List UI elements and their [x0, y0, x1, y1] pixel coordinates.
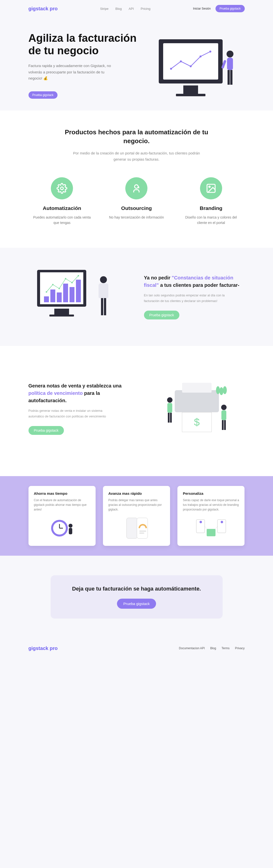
svg-point-66 — [221, 521, 223, 523]
svg-rect-46 — [221, 410, 226, 420]
svg-point-51 — [216, 386, 220, 394]
svg-point-5 — [180, 60, 182, 62]
card-title: Personaliza — [183, 491, 239, 496]
logo: gigstack pro — [29, 6, 58, 11]
svg-point-50 — [223, 386, 227, 394]
svg-point-15 — [135, 185, 138, 188]
feature-title: Outsourcing — [107, 205, 166, 211]
footer-logo: gigstack pro — [29, 646, 58, 651]
feature-title: Automatización — [32, 205, 91, 211]
hero-title: Agiliza la facturación de tu negocio — [29, 32, 142, 57]
card-desc: Podrás delegar mas tareas que antes grac… — [109, 498, 164, 512]
section1-cta-button[interactable]: Prueba gigstack — [144, 311, 179, 319]
section-notas: Genera notas de venta y establezca una p… — [0, 346, 273, 476]
svg-point-30 — [59, 288, 60, 289]
svg-rect-22 — [44, 297, 49, 302]
hero-subtitle: Factura rapida y adecuadamente con Gigst… — [29, 63, 117, 82]
svg-rect-2 — [183, 86, 198, 94]
section1-desc: En tan solo segundos podrás empezar esta… — [144, 293, 228, 304]
svg-point-32 — [71, 282, 73, 283]
card-desc: Con el feature de automatización de gigs… — [34, 498, 90, 512]
svg-point-4 — [170, 68, 172, 70]
footer-link-blog[interactable]: Blog — [210, 647, 216, 650]
svg-rect-10 — [227, 58, 233, 70]
card-personalize: Personaliza Serás capaz de darle ese toq… — [177, 486, 244, 546]
nav-links: Stripe Blog API Pricing — [100, 7, 151, 10]
svg-rect-44 — [170, 413, 172, 423]
products-subtitle: Por medio de la creación de un portal de… — [70, 150, 203, 162]
svg-point-14 — [61, 187, 63, 190]
svg-point-34 — [100, 276, 107, 283]
svg-point-41 — [167, 397, 173, 403]
nav-cta-button[interactable]: Prueba gigstack — [215, 5, 244, 12]
svg-point-29 — [52, 284, 54, 285]
svg-rect-25 — [63, 284, 68, 302]
svg-rect-38 — [182, 383, 212, 393]
user-icon — [125, 177, 147, 199]
svg-rect-35 — [101, 298, 103, 315]
svg-point-6 — [190, 65, 192, 67]
nav-link-pricing[interactable]: Pricing — [141, 7, 151, 10]
nav: gigstack pro Stripe Blog API Pricing Ini… — [29, 0, 245, 17]
svg-point-45 — [221, 405, 226, 410]
svg-rect-37 — [175, 390, 219, 412]
clock-illustration — [34, 516, 90, 540]
card-time: Ahorra mas tiempo Con el feature de auto… — [29, 486, 96, 546]
feature-desc: Diseño con la marca y colores del client… — [182, 215, 241, 226]
footer-link-docs[interactable]: Documentacion API — [179, 647, 205, 650]
card-desc: Serás capaz de darle ese toque personal … — [183, 498, 239, 512]
nav-right: Iniciar Sesión Prueba gigstack — [193, 5, 244, 12]
gear-icon — [51, 177, 73, 199]
svg-rect-43 — [168, 413, 170, 423]
svg-rect-48 — [224, 420, 226, 430]
section2-cta-button[interactable]: Prueba gigstack — [29, 426, 64, 435]
products-title: Productos hechos para la automatización … — [58, 128, 215, 146]
svg-point-8 — [209, 51, 211, 53]
login-link[interactable]: Iniciar Sesión — [193, 7, 211, 10]
phone-illustration — [109, 516, 164, 540]
svg-rect-36 — [104, 298, 106, 315]
feature-desc: Puedes automatizarlo con cada venta que … — [32, 215, 91, 226]
image-icon — [200, 177, 222, 199]
products-section: Productos hechos para la automatización … — [0, 111, 273, 248]
card-title: Avanza mas rápido — [109, 491, 164, 496]
nav-link-stripe[interactable]: Stripe — [100, 7, 109, 10]
svg-point-17 — [209, 186, 210, 188]
svg-rect-42 — [167, 403, 172, 413]
svg-rect-61 — [139, 533, 144, 533]
cards-band: Ahorra mas tiempo Con el feature de auto… — [0, 476, 273, 556]
hero: Agiliza la facturación de tu negocio Fac… — [29, 17, 245, 111]
svg-rect-57 — [69, 528, 72, 534]
svg-point-31 — [65, 278, 66, 279]
feature-title: Branding — [182, 205, 241, 211]
svg-rect-26 — [69, 287, 74, 302]
svg-rect-60 — [139, 531, 146, 532]
svg-rect-20 — [54, 309, 69, 314]
hero-illustration — [154, 32, 242, 101]
bottom-cta: Deja que tu facturación se haga automáti… — [51, 575, 223, 619]
barchart-illustration — [37, 265, 121, 329]
nav-link-blog[interactable]: Blog — [116, 7, 122, 10]
hero-cta-button[interactable]: Prueba gigstack — [29, 91, 58, 99]
feature-desc: No hay tercerización de información — [107, 215, 166, 220]
svg-rect-21 — [50, 314, 74, 316]
section2-heading: Genera notas de venta y establezca una p… — [29, 382, 129, 404]
svg-rect-11 — [228, 70, 230, 85]
card-title: Ahorra mas tiempo — [34, 491, 90, 496]
svg-rect-47 — [222, 420, 223, 430]
printer-illustration: $ — [155, 380, 234, 437]
card-speed: Avanza mas rápido Podrás delegar mas tar… — [103, 486, 170, 546]
svg-rect-12 — [230, 70, 233, 85]
svg-rect-23 — [50, 289, 55, 302]
cta-button[interactable]: Prueba gigstack — [117, 599, 156, 609]
svg-rect-27 — [76, 280, 81, 302]
footer-links: Documentacion API Blog Terms Privacy — [179, 647, 244, 650]
svg-point-28 — [46, 291, 47, 293]
footer-link-privacy[interactable]: Privacy — [235, 647, 244, 650]
svg-point-7 — [200, 56, 202, 58]
section1-heading: Ya no pedir "Constancias de situación fi… — [144, 274, 245, 289]
footer-link-terms[interactable]: Terms — [221, 647, 230, 650]
nav-link-api[interactable]: API — [129, 7, 134, 10]
svg-rect-58 — [126, 518, 138, 538]
svg-text:$: $ — [194, 416, 200, 428]
